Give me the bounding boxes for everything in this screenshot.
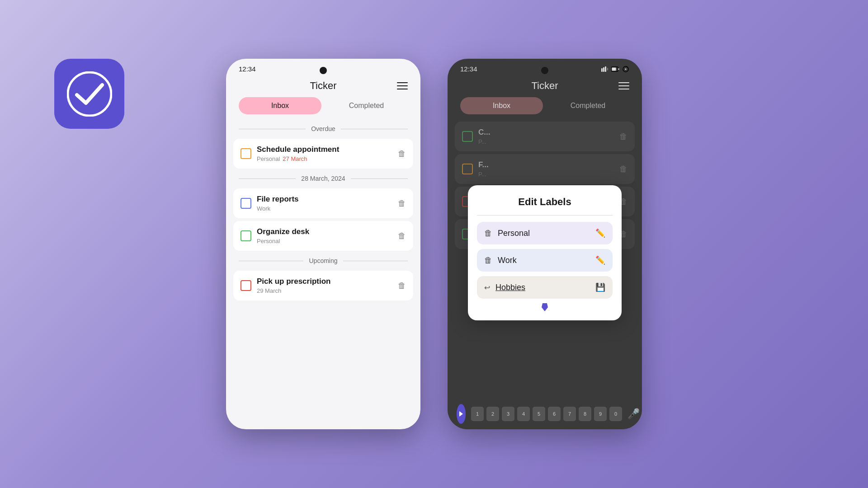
key-9[interactable]: 9 <box>594 407 607 421</box>
delete-dark-2: 🗑 <box>619 164 627 174</box>
svg-rect-1 <box>601 68 603 72</box>
app-header-dark: Ticker <box>448 76 642 97</box>
task-dark-2: F... P... 🗑 <box>455 154 635 184</box>
divider-left-overdue <box>239 129 306 129</box>
menu-button-light[interactable] <box>397 82 408 89</box>
svg-rect-6 <box>612 67 616 70</box>
task-title-schedule: Schedule appointment <box>257 145 392 154</box>
delete-file-reports[interactable]: 🗑 <box>398 199 406 208</box>
task-schedule-appointment: Schedule appointment Personal 27 March 🗑 <box>233 139 413 169</box>
dark-phone: 12:34 Ticker Inbox Completed <box>448 59 642 429</box>
delete-label-icon-work[interactable]: 🗑 <box>484 256 492 265</box>
status-bar-dark: 12:34 <box>448 59 642 76</box>
delete-pick-up-prescription[interactable]: 🗑 <box>398 281 406 291</box>
task-content-organize-desk: Organize desk Personal <box>257 227 392 244</box>
key-8[interactable]: 8 <box>579 407 591 421</box>
bottom-bar-arrow-button[interactable] <box>457 404 466 424</box>
phones-wrapper: 12:34 Ticker Inbox Completed Overdue Sc <box>226 59 642 429</box>
svg-rect-4 <box>607 68 608 70</box>
tab-completed-dark[interactable]: Completed <box>547 97 629 114</box>
tab-inbox-light[interactable]: Inbox <box>239 97 321 114</box>
task-meta-file-reports: Work <box>257 205 392 212</box>
tab-completed-light[interactable]: Completed <box>325 97 408 114</box>
delete-label-icon-personal[interactable]: 🗑 <box>484 229 492 238</box>
key-5[interactable]: 5 <box>533 407 545 421</box>
delete-dark-1: 🗑 <box>619 132 627 141</box>
key-6[interactable]: 6 <box>548 407 561 421</box>
task-content-pick-up-prescription: Pick up prescription 29 March <box>257 277 392 294</box>
status-icons-dark <box>601 66 629 73</box>
task-content-schedule: Schedule appointment Personal 27 March <box>257 145 392 162</box>
task-pick-up-prescription: Pick up prescription 29 March 🗑 <box>233 271 413 300</box>
task-file-reports: File reports Work 🗑 <box>233 188 413 218</box>
light-phone: 12:34 Ticker Inbox Completed Overdue Sc <box>226 59 420 429</box>
task-title-dark-2: F... <box>478 160 560 169</box>
task-meta-pick-up-prescription: 29 March <box>257 287 392 294</box>
divider-left-march <box>239 178 296 179</box>
checkbox-pick-up-prescription[interactable] <box>241 280 251 291</box>
menu-button-dark[interactable] <box>618 82 629 89</box>
divider-right-overdue <box>341 129 408 129</box>
checkbox-organize-desk[interactable] <box>241 230 251 241</box>
task-title-pick-up-prescription: Pick up prescription <box>257 277 392 286</box>
task-date-schedule: 27 March <box>283 155 307 162</box>
key-7[interactable]: 7 <box>563 407 576 421</box>
checkbox-schedule[interactable] <box>241 148 251 159</box>
tabs-dark: Inbox Completed <box>448 97 642 114</box>
svg-rect-2 <box>603 67 604 72</box>
delete-organize-desk[interactable]: 🗑 <box>398 231 406 241</box>
divider-left-upcoming <box>239 261 303 261</box>
task-meta-organize-desk: Personal <box>257 238 392 244</box>
svg-rect-7 <box>618 68 619 70</box>
key-3[interactable]: 3 <box>502 407 514 421</box>
app-title-dark: Ticker <box>531 80 558 92</box>
microphone-button[interactable]: 🎤 <box>627 408 640 420</box>
key-2[interactable]: 2 <box>486 407 499 421</box>
label-name-work: Work <box>498 256 590 265</box>
task-label-file-reports: Work <box>257 205 270 212</box>
task-date-pick-up-prescription: 29 March <box>257 287 281 294</box>
color-swatch-container <box>477 303 613 311</box>
camera-notch-light <box>320 67 327 74</box>
delete-schedule[interactable]: 🗑 <box>398 149 406 159</box>
svg-point-9 <box>625 68 627 70</box>
checkbox-file-reports[interactable] <box>241 198 251 209</box>
bottom-bar-dark: 1 2 3 4 5 6 7 8 9 0 🎤 <box>448 399 642 429</box>
edit-labels-overlay: Edit Labels 🗑 Personal ✏️ 🗑 Work ✏️ ↩ Ho… <box>468 185 622 320</box>
task-dark-1: C... P... 🗑 <box>455 122 635 151</box>
task-content-dark-2: F... P... <box>478 160 614 178</box>
status-time-light: 12:34 <box>239 65 256 73</box>
svg-marker-10 <box>459 411 463 417</box>
svg-point-0 <box>68 72 111 116</box>
task-title-file-reports: File reports <box>257 195 392 204</box>
section-overdue: Overdue <box>226 122 420 136</box>
edit-labels-title: Edit Labels <box>477 196 613 208</box>
checkbox-dark-1 <box>462 131 473 142</box>
key-4[interactable]: 4 <box>517 407 530 421</box>
task-title-organize-desk: Organize desk <box>257 227 392 236</box>
app-title-light: Ticker <box>310 80 336 92</box>
edit-labels-divider <box>477 215 613 216</box>
task-label-schedule: Personal <box>257 155 280 162</box>
app-header-light: Ticker <box>226 76 420 97</box>
status-bar-light: 12:34 <box>226 59 420 76</box>
key-1[interactable]: 1 <box>471 407 484 421</box>
section-28-march: 28 March, 2024 <box>226 171 420 186</box>
label-name-hobbies[interactable]: Hobbies <box>495 283 590 292</box>
label-name-personal: Personal <box>498 229 590 238</box>
edit-label-icon-personal[interactable]: ✏️ <box>595 228 605 238</box>
svg-rect-3 <box>605 66 606 72</box>
camera-notch-dark <box>541 67 548 74</box>
edit-mode-icon-hobbies: ↩ <box>484 283 490 292</box>
label-item-hobbies: ↩ Hobbies 💾 <box>477 276 613 299</box>
section-upcoming: Upcoming <box>226 253 420 268</box>
keyboard-hint: 1 2 3 4 5 6 7 8 9 0 <box>471 407 622 421</box>
key-0[interactable]: 0 <box>609 407 622 421</box>
tab-inbox-dark[interactable]: Inbox <box>460 97 543 114</box>
task-title-dark-1: C... <box>478 128 560 137</box>
divider-right-upcoming <box>343 261 408 261</box>
save-label-icon-hobbies[interactable]: 💾 <box>595 282 605 292</box>
edit-label-icon-work[interactable]: ✏️ <box>595 255 605 265</box>
divider-right-march <box>351 178 408 179</box>
task-organize-desk: Organize desk Personal 🗑 <box>233 221 413 251</box>
